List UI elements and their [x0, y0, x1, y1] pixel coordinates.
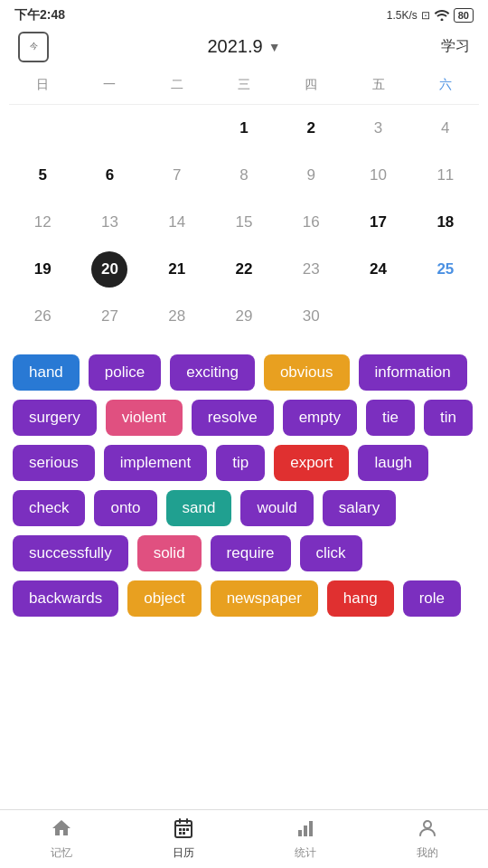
calendar-cell[interactable]: 30	[301, 306, 322, 327]
calendar-grid: 0001234567891011121314151617181920212223…	[9, 105, 479, 340]
word-tag-hang[interactable]: hang	[327, 580, 394, 617]
word-tag-laugh[interactable]: laugh	[358, 445, 428, 481]
word-tag-solid[interactable]: solid	[137, 535, 202, 571]
word-tag-salary[interactable]: salary	[323, 490, 396, 526]
calendar-cell[interactable]: 21	[166, 259, 187, 280]
calendar-cell[interactable]: 4	[439, 118, 451, 139]
status-bar: 下午2:48 1.5K/s ⊡ 80	[0, 0, 488, 27]
calendar-cell[interactable]: 28	[166, 306, 187, 327]
calendar-cell[interactable]: 25	[435, 259, 455, 280]
nav-label-profile: 我的	[417, 845, 438, 861]
word-tags-container: handpoliceexcitingobviousinformationsurg…	[0, 340, 488, 626]
word-tag-surgery[interactable]: surgery	[13, 400, 97, 436]
weekday-mon: 一	[76, 73, 143, 97]
word-tag-role[interactable]: role	[403, 580, 461, 617]
nav-item-profile[interactable]: 我的	[366, 810, 488, 868]
calendar-cell: 0	[439, 306, 451, 327]
calendar-cell[interactable]: 1	[238, 118, 249, 139]
word-tag-tie[interactable]: tie	[366, 400, 415, 436]
svg-point-9	[424, 821, 431, 828]
word-tag-police[interactable]: police	[89, 354, 161, 391]
calendar-cell[interactable]: 18	[435, 212, 455, 233]
nav-item-stats[interactable]: 统计	[244, 810, 366, 868]
calendar-cell[interactable]: 7	[171, 165, 183, 186]
weekday-thu: 四	[277, 73, 344, 97]
calendar-cell[interactable]: 10	[368, 165, 389, 186]
calendar-cell[interactable]: 19	[33, 259, 53, 280]
word-tag-violent[interactable]: violent	[106, 400, 183, 436]
word-tag-backwards[interactable]: backwards	[13, 580, 118, 617]
word-tag-information[interactable]: information	[359, 354, 467, 391]
calendar-cell[interactable]: 15	[234, 212, 255, 233]
word-tag-export[interactable]: export	[274, 445, 349, 481]
word-tag-object[interactable]: object	[127, 580, 201, 617]
calendar-cell[interactable]: 11	[435, 165, 455, 186]
calendar-cell: 0	[36, 118, 48, 139]
calendar-cell[interactable]: 5	[36, 165, 48, 186]
calendar-cell[interactable]: 27	[99, 306, 120, 327]
nav-item-calendar[interactable]: 日历	[122, 810, 244, 868]
battery-icon: 80	[454, 8, 474, 23]
word-tag-serious[interactable]: serious	[13, 445, 95, 481]
calendar-cell[interactable]: 24	[368, 259, 389, 280]
calendar-cell[interactable]: 9	[305, 165, 317, 186]
nav-label-memory: 记忆	[51, 845, 72, 861]
calendar-cell[interactable]: 26	[33, 306, 53, 327]
word-tag-click[interactable]: click	[300, 535, 362, 571]
nav-item-memory[interactable]: 记忆	[0, 810, 122, 868]
svg-rect-2	[183, 828, 185, 831]
profile-icon	[417, 817, 438, 843]
calendar-cell[interactable]: 17	[368, 212, 389, 233]
svg-rect-8	[309, 821, 313, 836]
word-tag-would[interactable]: would	[240, 490, 313, 526]
calendar-cell[interactable]: 12	[33, 212, 53, 233]
calendar-cell[interactable]: 13	[99, 212, 120, 233]
calendar-cell[interactable]: 29	[234, 306, 255, 327]
calendar-cell[interactable]: 2	[305, 118, 317, 139]
word-tag-onto[interactable]: onto	[94, 490, 156, 526]
calendar-cell[interactable]: 14	[166, 212, 187, 233]
weekday-tue: 二	[144, 73, 211, 97]
word-tag-obvious[interactable]: obvious	[264, 354, 350, 391]
calendar-cell[interactable]: 8	[238, 165, 249, 186]
svg-rect-1	[179, 828, 182, 831]
memory-icon	[51, 817, 72, 843]
header: 今 2021.9 ▼ 学习	[0, 27, 488, 66]
study-button[interactable]: 学习	[441, 37, 470, 56]
word-tag-require[interactable]: require	[211, 535, 291, 571]
word-tag-check[interactable]: check	[13, 490, 85, 526]
dropdown-arrow-icon: ▼	[268, 40, 281, 54]
month-year-text: 2021.9	[207, 36, 262, 57]
word-tag-exciting[interactable]: exciting	[170, 354, 255, 391]
wifi-icon	[434, 8, 450, 24]
word-tag-newspaper[interactable]: newspaper	[211, 580, 318, 617]
weekday-sat: 六	[412, 73, 479, 97]
calendar-weekday-header: 日 一 二 三 四 五 六	[9, 66, 479, 105]
network-speed: 1.5K/s	[387, 9, 418, 22]
calendar-cell[interactable]: 6	[104, 165, 116, 186]
svg-rect-6	[298, 830, 302, 836]
word-tag-implement[interactable]: implement	[104, 445, 207, 481]
calendar-cell[interactable]: 3	[372, 118, 384, 139]
stats-icon	[295, 817, 316, 843]
month-year-title[interactable]: 2021.9 ▼	[207, 36, 280, 57]
word-tag-hand[interactable]: hand	[13, 354, 80, 391]
word-tag-empty[interactable]: empty	[283, 400, 357, 436]
today-calendar-icon[interactable]: 今	[18, 32, 49, 62]
calendar-cell[interactable]: 16	[301, 212, 322, 233]
word-tag-sand[interactable]: sand	[166, 490, 232, 526]
nav-label-calendar: 日历	[173, 845, 194, 861]
calendar-today-cell[interactable]: 20	[91, 251, 127, 288]
word-tag-tin[interactable]: tin	[424, 400, 473, 436]
calendar-cell: 0	[372, 306, 384, 327]
weekday-sun: 日	[9, 73, 76, 97]
calendar: 日 一 二 三 四 五 六 00012345678910111213141516…	[0, 66, 488, 340]
calendar-cell[interactable]: 23	[301, 259, 322, 280]
word-tag-successfully[interactable]: successfully	[13, 535, 128, 571]
word-tag-tip[interactable]: tip	[216, 445, 265, 481]
svg-rect-5	[186, 828, 189, 831]
signal-icon: ⊡	[421, 9, 430, 22]
calendar-cell[interactable]: 22	[234, 259, 255, 280]
svg-rect-4	[183, 832, 185, 835]
word-tag-resolve[interactable]: resolve	[192, 400, 274, 436]
